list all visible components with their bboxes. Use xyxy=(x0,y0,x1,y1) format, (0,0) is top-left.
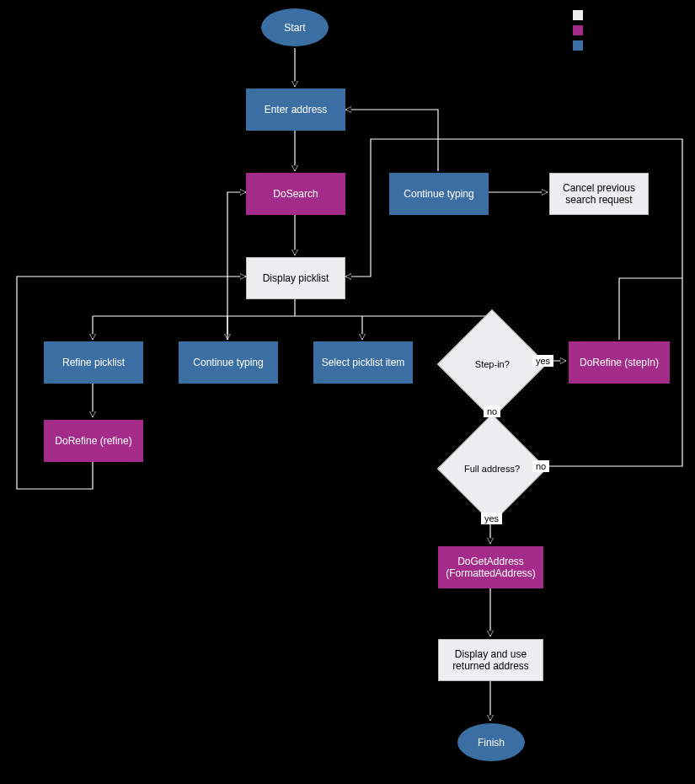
full-address-no-label: no xyxy=(532,460,549,472)
display-picklist-label: Display picklist xyxy=(263,272,329,284)
refine-picklist-label: Refine picklist xyxy=(62,357,125,368)
continue-typing-left-label: Continue typing xyxy=(193,357,263,368)
step-in-label: Step-in? xyxy=(475,359,510,369)
step-in-yes-label: yes xyxy=(532,355,553,367)
refine-picklist-node: Refine picklist xyxy=(44,341,143,384)
select-picklist-item-node: Select picklist item xyxy=(313,341,413,384)
select-picklist-item-label: Select picklist item xyxy=(322,357,405,368)
finish-node: Finish xyxy=(457,723,525,761)
enter-address-label: Enter address xyxy=(265,104,328,115)
start-label: Start xyxy=(284,22,305,34)
cancel-previous-node: Cancel previous search request xyxy=(549,173,649,215)
full-address-yes-label: yes xyxy=(481,513,502,524)
do-get-address-node: DoGetAddress (FormattedAddress) xyxy=(438,546,543,588)
do-refine-stepin-label: DoRefine (stepIn) xyxy=(580,357,659,368)
do-refine-refine-label: DoRefine (refine) xyxy=(55,435,131,447)
display-picklist-node: Display picklist xyxy=(246,257,345,299)
step-in-no-label: no xyxy=(484,405,500,417)
cancel-previous-label: Cancel previous search request xyxy=(553,182,644,206)
full-address-label: Full address? xyxy=(464,464,520,474)
continue-typing-top-node: Continue typing xyxy=(389,173,489,215)
enter-address-node: Enter address xyxy=(246,89,345,131)
legend-swatch-purple xyxy=(573,25,583,35)
continue-typing-top-label: Continue typing xyxy=(404,188,473,200)
display-use-label: Display and use returned address xyxy=(442,648,539,672)
legend-swatch-blue xyxy=(573,40,583,51)
start-node: Start xyxy=(261,8,329,46)
do-refine-stepin-node: DoRefine (stepIn) xyxy=(569,341,670,384)
flow-arrows xyxy=(0,0,695,784)
continue-typing-left-node: Continue typing xyxy=(179,341,278,384)
do-refine-refine-node: DoRefine (refine) xyxy=(44,420,143,462)
do-get-address-label: DoGetAddress (FormattedAddress) xyxy=(441,556,540,579)
do-search-node: DoSearch xyxy=(246,173,345,215)
step-in-decision: Step-in? xyxy=(437,309,547,419)
finish-label: Finish xyxy=(478,737,505,749)
legend-swatch-white xyxy=(573,10,583,20)
display-use-node: Display and use returned address xyxy=(438,639,543,681)
do-search-label: DoSearch xyxy=(273,188,318,200)
full-address-decision: Full address? xyxy=(437,414,547,524)
